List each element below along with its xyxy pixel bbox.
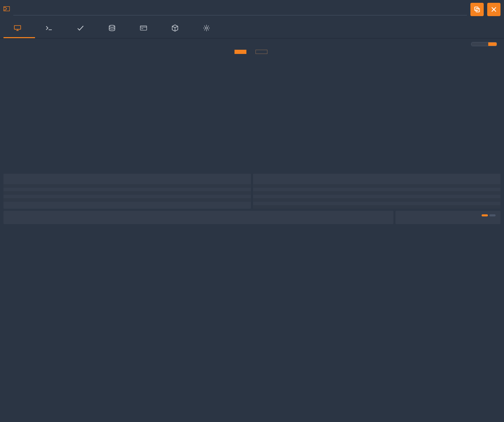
tab-stream[interactable]	[35, 19, 66, 38]
tab-shares[interactable]	[66, 19, 98, 38]
monitor-icon	[14, 25, 21, 32]
gear-icon	[203, 25, 210, 32]
pool-title	[4, 174, 251, 181]
cube-icon	[172, 25, 178, 32]
close-button[interactable]	[487, 3, 500, 16]
card-icon	[140, 25, 147, 32]
tab-blocks[interactable]	[161, 19, 192, 38]
range-group	[471, 42, 497, 46]
range-1m[interactable]	[488, 42, 497, 46]
solo-title	[253, 174, 500, 181]
copy-button[interactable]	[470, 3, 484, 16]
range-1d[interactable]	[471, 42, 480, 46]
reward-chip-solo[interactable]	[489, 214, 496, 216]
hashrate-chart	[0, 57, 504, 174]
tab-bar	[0, 19, 504, 39]
check-icon	[77, 25, 84, 32]
solo-swatch-icon	[255, 50, 267, 54]
legend-solo[interactable]	[255, 50, 270, 54]
pool-stats-card	[4, 174, 251, 209]
legend-pool[interactable]	[234, 50, 248, 54]
top-bar	[0, 0, 504, 19]
pending-rewards-card	[396, 211, 500, 224]
x-axis	[5, 166, 499, 170]
solo-stats-card	[253, 174, 500, 209]
terminal-icon	[46, 25, 52, 32]
svg-rect-5	[14, 26, 21, 29]
balances-card	[4, 211, 393, 224]
svg-rect-10	[140, 26, 147, 30]
tab-rewards[interactable]	[98, 19, 130, 38]
reward-chip-pool[interactable]	[482, 214, 488, 216]
coins-icon	[108, 25, 115, 32]
tab-settings[interactable]	[192, 19, 224, 38]
chart-legend	[0, 46, 504, 57]
range-row	[0, 39, 504, 46]
svg-point-13	[205, 27, 208, 29]
wallet-icon	[4, 6, 10, 13]
wallet-address-input[interactable]	[13, 4, 467, 15]
tab-payments[interactable]	[130, 19, 161, 38]
svg-point-9	[109, 25, 115, 27]
pool-swatch-icon	[234, 50, 246, 54]
range-1w[interactable]	[480, 42, 488, 46]
tab-general[interactable]	[4, 19, 35, 38]
